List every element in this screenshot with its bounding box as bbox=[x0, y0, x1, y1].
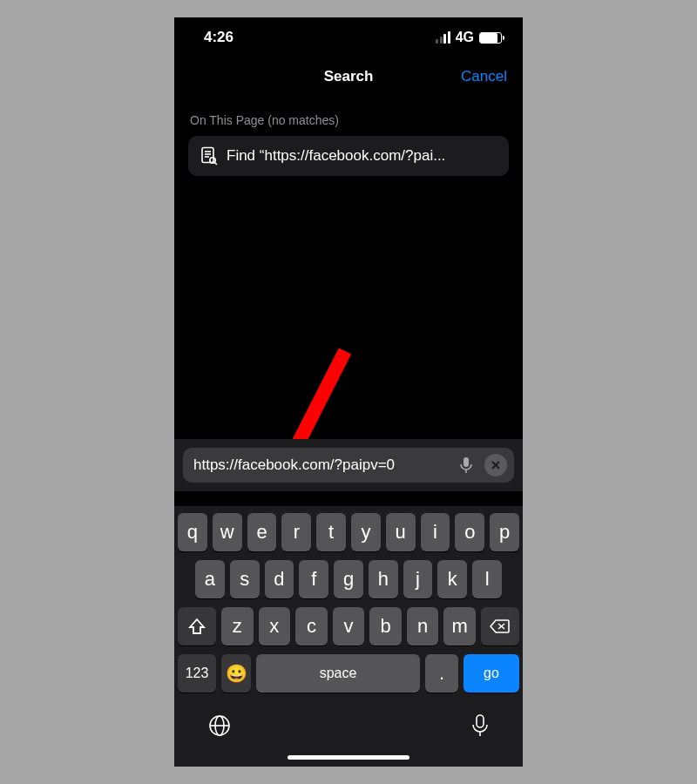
nav-bar: Search Cancel bbox=[174, 57, 523, 96]
key-r[interactable]: r bbox=[281, 513, 311, 551]
key-j[interactable]: j bbox=[403, 560, 433, 598]
phone-frame: 4:26 4G Search Cancel On This Page (no m… bbox=[174, 17, 523, 767]
key-l[interactable]: l bbox=[472, 560, 502, 598]
home-indicator[interactable] bbox=[288, 755, 409, 760]
status-time: 4:26 bbox=[204, 29, 233, 46]
emoji-key[interactable]: 😀 bbox=[221, 654, 251, 693]
battery-icon bbox=[479, 32, 502, 44]
key-p[interactable]: p bbox=[490, 513, 519, 551]
svg-rect-7 bbox=[464, 457, 469, 467]
key-g[interactable]: g bbox=[334, 560, 363, 598]
globe-icon[interactable] bbox=[207, 713, 232, 741]
find-in-page-icon bbox=[200, 146, 218, 166]
key-k[interactable]: k bbox=[437, 560, 467, 598]
key-f[interactable]: f bbox=[299, 560, 328, 598]
key-c[interactable]: c bbox=[295, 607, 328, 645]
cancel-button[interactable]: Cancel bbox=[461, 68, 507, 85]
numeric-key[interactable]: 123 bbox=[178, 654, 216, 693]
shift-key[interactable] bbox=[178, 607, 216, 645]
svg-line-5 bbox=[214, 162, 217, 165]
svg-rect-16 bbox=[477, 715, 484, 727]
key-w[interactable]: w bbox=[213, 513, 242, 551]
key-y[interactable]: y bbox=[351, 513, 381, 551]
dictation-icon[interactable] bbox=[455, 454, 477, 476]
key-q[interactable]: q bbox=[178, 513, 207, 551]
delete-key[interactable] bbox=[481, 607, 519, 645]
key-v[interactable]: v bbox=[333, 607, 365, 645]
status-bar: 4:26 4G bbox=[174, 17, 523, 57]
find-in-page-label: Find “https://facebook.com/?pai... bbox=[227, 147, 445, 165]
keyboard-row-2: a s d f g h j k l bbox=[178, 560, 519, 598]
key-d[interactable]: d bbox=[265, 560, 294, 598]
results-section: On This Page (no matches) Find “https://… bbox=[174, 96, 523, 176]
mic-icon[interactable] bbox=[470, 713, 490, 741]
key-i[interactable]: i bbox=[421, 513, 450, 551]
address-bar-container: https://facebook.com/?paipv=0 bbox=[174, 439, 523, 491]
status-right: 4G bbox=[436, 30, 502, 45]
keyboard: q w e r t y u i o p a s d f g h j k l z bbox=[174, 506, 523, 767]
key-u[interactable]: u bbox=[386, 513, 416, 551]
address-bar-text[interactable]: https://facebook.com/?paipv=0 bbox=[193, 456, 448, 474]
key-b[interactable]: b bbox=[369, 607, 402, 645]
key-s[interactable]: s bbox=[230, 560, 260, 598]
svg-rect-0 bbox=[202, 148, 213, 163]
keyboard-row-1: q w e r t y u i o p bbox=[178, 513, 519, 551]
keyboard-row-4: 123 😀 space . go bbox=[178, 654, 519, 693]
go-key[interactable]: go bbox=[464, 654, 519, 693]
address-bar[interactable]: https://facebook.com/?paipv=0 bbox=[183, 448, 514, 483]
key-o[interactable]: o bbox=[455, 513, 484, 551]
key-t[interactable]: t bbox=[316, 513, 346, 551]
section-header: On This Page (no matches) bbox=[188, 113, 509, 127]
key-x[interactable]: x bbox=[259, 607, 291, 645]
clear-icon[interactable] bbox=[484, 454, 507, 476]
key-n[interactable]: n bbox=[407, 607, 439, 645]
key-e[interactable]: e bbox=[247, 513, 277, 551]
network-label: 4G bbox=[456, 30, 474, 45]
key-m[interactable]: m bbox=[443, 607, 476, 645]
key-a[interactable]: a bbox=[195, 560, 225, 598]
signal-icon bbox=[436, 31, 450, 44]
page-title: Search bbox=[324, 68, 374, 85]
find-in-page-row[interactable]: Find “https://facebook.com/?pai... bbox=[188, 136, 509, 176]
dot-key[interactable]: . bbox=[425, 654, 458, 693]
space-key[interactable]: space bbox=[256, 654, 420, 693]
key-h[interactable]: h bbox=[369, 560, 398, 598]
keyboard-row-3: z x c v b n m bbox=[178, 607, 519, 645]
key-z[interactable]: z bbox=[221, 607, 254, 645]
keyboard-bottom-bar bbox=[178, 701, 519, 750]
